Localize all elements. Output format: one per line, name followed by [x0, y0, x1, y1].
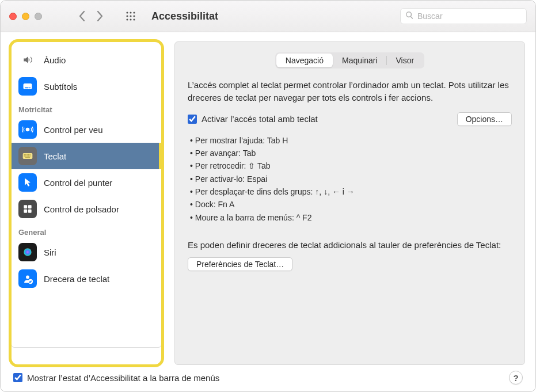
preferences-window: Accessibilitat ÀudioSubtítolsMotricitatC… [0, 0, 536, 392]
tab-hw[interactable]: Maquinari [333, 54, 386, 67]
voice-icon [18, 120, 37, 139]
shortcut-hint: Moure a la barra de menús: ^ F2 [190, 211, 512, 224]
svg-point-12 [26, 128, 30, 132]
show-all-button[interactable] [123, 9, 139, 24]
shortcut-hint: Per mostrar l’ajuda: Tab H [190, 134, 512, 147]
sidebar-item-audio[interactable]: Àudio [12, 47, 161, 73]
shortcut-hint: Per avançar: Tab [190, 147, 512, 159]
keyboard-icon [18, 147, 37, 165]
sidebar-item-label: Àudio [44, 55, 66, 65]
svg-rect-27 [24, 210, 27, 213]
svg-point-6 [126, 18, 128, 20]
svg-rect-21 [26, 155, 28, 157]
sidebar-item-label: Control de polsador [44, 204, 119, 214]
footer: Mostrar l’estat d’Accessibilitat a la ba… [11, 365, 525, 386]
back-button[interactable] [73, 9, 90, 24]
options-button[interactable]: Opcions… [457, 112, 512, 126]
sidebar-item-label: Subtítols [44, 82, 77, 92]
sidebar-item-label: Teclat [44, 151, 66, 161]
content-pane: NavegacióMaquinariVisor L’accés complet … [174, 41, 525, 365]
svg-point-1 [130, 12, 131, 13]
sidebar-item-label: Control del punter [44, 178, 112, 188]
tab-nav[interactable]: Navegació [276, 54, 333, 67]
sidebar-item-label: Control per veu [44, 125, 103, 135]
sub-description-text: Es poden definir dreceres de teclat addi… [188, 239, 512, 252]
sidebar-item-pointer[interactable]: Control del punter [12, 169, 161, 196]
svg-rect-17 [28, 154, 29, 155]
search-icon [405, 11, 414, 22]
svg-point-2 [133, 12, 135, 13]
body: ÀudioSubtítolsMotricitatControl per veuT… [1, 32, 535, 391]
svg-rect-25 [24, 205, 27, 208]
speaker-icon [18, 51, 37, 69]
help-button[interactable]: ? [509, 371, 523, 385]
full-keyboard-access-checkbox[interactable] [188, 115, 197, 124]
full-keyboard-access-row: Activar l’accés total amb teclat Opcions… [188, 112, 512, 126]
svg-rect-19 [24, 155, 25, 157]
sidebar-section: General [12, 222, 161, 239]
shortcut-hint: Per desplaçar-te dins dels grups: ↑, ↓, … [190, 185, 512, 198]
shortcut-icon [18, 269, 37, 288]
svg-rect-23 [29, 155, 31, 157]
svg-point-0 [126, 12, 128, 13]
forward-button[interactable] [92, 9, 109, 24]
nav-arrows-group [73, 9, 109, 24]
svg-point-31 [26, 276, 29, 279]
description-text: L’accés complet al teclat permet control… [188, 79, 512, 104]
sidebar[interactable]: ÀudioSubtítolsMotricitatControl per veuT… [11, 41, 162, 348]
menubar-status-checkbox[interactable] [13, 373, 22, 382]
shortcut-hint: Per activar-lo: Espai [190, 173, 512, 185]
full-keyboard-access-label[interactable]: Activar l’accés total amb teclat [202, 114, 453, 124]
shortcut-hint: Dock: Fn A [190, 198, 512, 211]
window-controls [9, 13, 42, 20]
switch-icon [18, 200, 37, 218]
search-input[interactable] [417, 12, 522, 21]
search-field[interactable] [400, 8, 527, 24]
shortcuts-list: Per mostrar l’ajuda: Tab HPer avançar: T… [190, 134, 512, 224]
pointer-icon [18, 173, 37, 192]
svg-rect-11 [29, 87, 31, 89]
keyboard-preferences-button[interactable]: Preferències de Teclat… [188, 257, 292, 271]
svg-point-4 [130, 15, 131, 17]
svg-point-3 [126, 15, 128, 17]
sidebar-item-label: Drecera de teclat [44, 274, 109, 284]
svg-point-30 [24, 248, 31, 256]
svg-rect-10 [25, 87, 29, 89]
toolbar: Accessibilitat [1, 1, 535, 32]
svg-rect-28 [28, 210, 32, 213]
siri-icon [18, 243, 37, 261]
svg-rect-15 [25, 154, 26, 155]
close-button[interactable] [9, 13, 17, 20]
sidebar-item-voice-control[interactable]: Control per veu [12, 116, 161, 143]
svg-rect-16 [26, 154, 28, 155]
svg-rect-22 [28, 155, 29, 157]
svg-point-8 [133, 18, 135, 20]
sidebar-item-subtitles[interactable]: Subtítols [12, 73, 161, 100]
svg-rect-26 [28, 205, 32, 208]
sidebar-item-switch[interactable]: Control de polsador [12, 196, 161, 222]
tab-bar: NavegacióMaquinariVisor [275, 52, 424, 68]
sidebar-section: Motricitat [12, 100, 161, 116]
minimize-button[interactable] [22, 13, 29, 20]
sidebar-item-shortcut[interactable]: Drecera de teclat [12, 265, 161, 292]
sidebar-item-label: Siri [44, 248, 56, 257]
svg-point-5 [133, 15, 135, 17]
zoom-button [35, 13, 42, 20]
page-title: Accessibilitat [151, 10, 218, 22]
tab-visor[interactable]: Visor [386, 54, 423, 67]
sidebar-item-keyboard[interactable]: Teclat [12, 143, 161, 169]
cc-icon [18, 77, 37, 96]
svg-rect-18 [29, 154, 31, 155]
svg-rect-24 [25, 157, 30, 158]
svg-rect-20 [25, 155, 26, 157]
menubar-status-label[interactable]: Mostrar l’estat d’Accessibilitat a la ba… [27, 373, 504, 383]
sidebar-item-siri[interactable]: Siri [12, 239, 161, 265]
svg-rect-14 [24, 154, 25, 155]
svg-point-7 [130, 18, 131, 20]
shortcut-hint: Per retrocedir: ⇧ Tab [190, 159, 512, 172]
svg-rect-9 [24, 83, 32, 89]
